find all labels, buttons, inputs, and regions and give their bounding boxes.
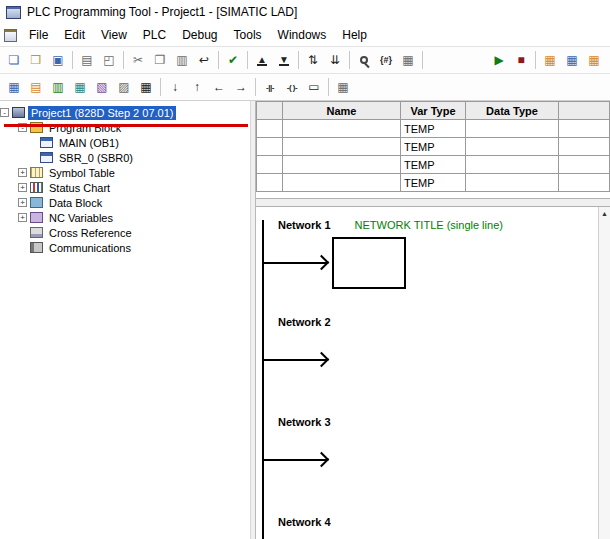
menu-plc[interactable]: PLC [135, 25, 174, 45]
ladder-scrollbar[interactable]: ▲ [598, 207, 610, 539]
app-icon[interactable] [6, 6, 21, 19]
data-type-cell[interactable] [466, 138, 559, 156]
addressing-grid-button[interactable]: ▦ [332, 76, 354, 98]
stop-button[interactable]: ■ [510, 49, 532, 71]
insert-box-button[interactable]: ▭ [303, 76, 325, 98]
row-selector-cell[interactable] [257, 156, 283, 174]
view-cross-reference-button[interactable]: ▨ [113, 76, 135, 98]
table-filler-header [559, 102, 610, 120]
toolbar-separator [123, 51, 124, 69]
find-button[interactable] [353, 49, 375, 71]
tree-item-data-block[interactable]: + Data Block [0, 195, 250, 210]
var-type-cell[interactable]: TEMP [401, 120, 466, 138]
tree-item-cross-reference[interactable]: Cross Reference [0, 225, 250, 240]
mdi-document-icon[interactable] [4, 29, 17, 42]
collapse-toggle[interactable]: - [0, 108, 9, 117]
data-type-cell[interactable] [466, 174, 559, 192]
open-folder-button[interactable]: ❒ [25, 49, 47, 71]
tree-item-label: MAIN (OB1) [56, 136, 122, 150]
name-cell[interactable] [283, 174, 401, 192]
menu-help[interactable]: Help [334, 25, 375, 45]
expand-toggle[interactable]: + [18, 198, 27, 207]
save-button[interactable]: ▣ [47, 49, 69, 71]
line-up-button[interactable]: ↑ [186, 76, 208, 98]
var-type-cell[interactable]: TEMP [401, 174, 466, 192]
menu-view[interactable]: View [93, 25, 135, 45]
row-selector-cell[interactable] [257, 138, 283, 156]
undo-button[interactable]: ↩ [193, 49, 215, 71]
run-button[interactable]: ▶ [488, 49, 510, 71]
data-type-cell[interactable] [466, 120, 559, 138]
scroll-up-icon[interactable]: ▲ [599, 207, 610, 219]
line-left-icon: ← [213, 80, 225, 94]
name-cell[interactable] [283, 138, 401, 156]
column-header-name: Name [283, 102, 401, 120]
menu-debug[interactable]: Debug [174, 25, 225, 45]
table-ladder-splitter[interactable] [256, 198, 610, 207]
upload-button[interactable]: ▲ [251, 49, 273, 71]
var-type-cell[interactable]: TEMP [401, 138, 466, 156]
row-selector-cell[interactable] [257, 120, 283, 138]
window-status-chart-button[interactable]: ▦ [583, 49, 605, 71]
table-row: TEMP [257, 174, 610, 192]
window-data-block-button[interactable]: ▦ [605, 49, 610, 71]
tree-item-communications[interactable]: Communications [0, 240, 250, 255]
new-document-button[interactable]: ❏ [3, 49, 25, 71]
tree-item-symbol-table[interactable]: + Symbol Table [0, 165, 250, 180]
tree-item-project-root[interactable]: - Project1 (828D Step 2 07.01) [0, 105, 250, 120]
tree-item-nc-variables[interactable]: + NC Variables [0, 210, 250, 225]
menu-edit[interactable]: Edit [56, 25, 93, 45]
tree-item-label: Data Block [46, 196, 105, 210]
insert-contact-button[interactable]: -||- [259, 76, 281, 98]
view-symbol-table-button[interactable]: ▤ [25, 76, 47, 98]
window-symbol-table-button[interactable]: ▦ [561, 49, 583, 71]
copy-button[interactable]: ❐ [149, 49, 171, 71]
view-status-chart-button[interactable]: ▥ [47, 76, 69, 98]
menu-windows[interactable]: Windows [270, 25, 335, 45]
toolbar-separator [218, 51, 219, 69]
view-communications-button[interactable]: ▦ [135, 76, 157, 98]
paste-button[interactable]: ▥ [171, 49, 193, 71]
insert-coil-button[interactable]: -( )- [281, 76, 303, 98]
sort-ascending-button[interactable]: ⇅ [302, 49, 324, 71]
cut-button[interactable]: ✂ [127, 49, 149, 71]
download-button[interactable]: ▼ [273, 49, 295, 71]
line-right-button[interactable]: → [230, 76, 252, 98]
compile-button[interactable]: ✔ [222, 49, 244, 71]
address-braces-icon: {#} [380, 55, 392, 65]
print-preview-button[interactable]: ◰ [98, 49, 120, 71]
window-program-block-button[interactable]: ▦ [539, 49, 561, 71]
print-preview-icon: ◰ [103, 53, 114, 67]
row-selector-cell[interactable] [257, 174, 283, 192]
line-down-button[interactable]: ↓ [164, 76, 186, 98]
view-program-block-button[interactable]: ▦ [3, 76, 25, 98]
print-button[interactable]: ▤ [76, 49, 98, 71]
table-row: TEMP [257, 120, 610, 138]
expand-toggle[interactable]: + [18, 213, 27, 222]
annotation-red-underline [4, 124, 248, 127]
tree-item-status-chart[interactable]: + Status Chart [0, 180, 250, 195]
sort-descending-button[interactable]: ⇊ [324, 49, 346, 71]
view-data-block-button[interactable]: ▦ [69, 76, 91, 98]
ladder-editor[interactable]: Network 1 NETWORK TITLE (single line) Ne… [256, 207, 610, 539]
main-ob1-icon [40, 137, 53, 148]
toolbar-separator [160, 78, 161, 96]
data-type-cell[interactable] [466, 156, 559, 174]
menu-file[interactable]: File [21, 25, 56, 45]
tree-item-main-ob1[interactable]: MAIN (OB1) [0, 135, 250, 150]
tree-item-label: SBR_0 (SBR0) [56, 151, 136, 165]
tree-item-label: Program Block [46, 121, 124, 135]
view-nc-variables-button[interactable]: ▧ [91, 76, 113, 98]
name-cell[interactable] [283, 120, 401, 138]
expand-toggle[interactable]: + [18, 168, 27, 177]
address-braces-button[interactable]: {#} [375, 49, 397, 71]
line-left-button[interactable]: ← [208, 76, 230, 98]
var-type-cell[interactable]: TEMP [401, 156, 466, 174]
expand-toggle[interactable]: + [18, 183, 27, 192]
bookmark-grid-button[interactable]: ▦ [397, 49, 419, 71]
tree-item-program-block[interactable]: - Program Block [0, 120, 250, 135]
menu-tools[interactable]: Tools [226, 25, 270, 45]
tree-item-sbr0[interactable]: SBR_0 (SBR0) [0, 150, 250, 165]
view-data-block-icon: ▦ [74, 80, 85, 94]
name-cell[interactable] [283, 156, 401, 174]
